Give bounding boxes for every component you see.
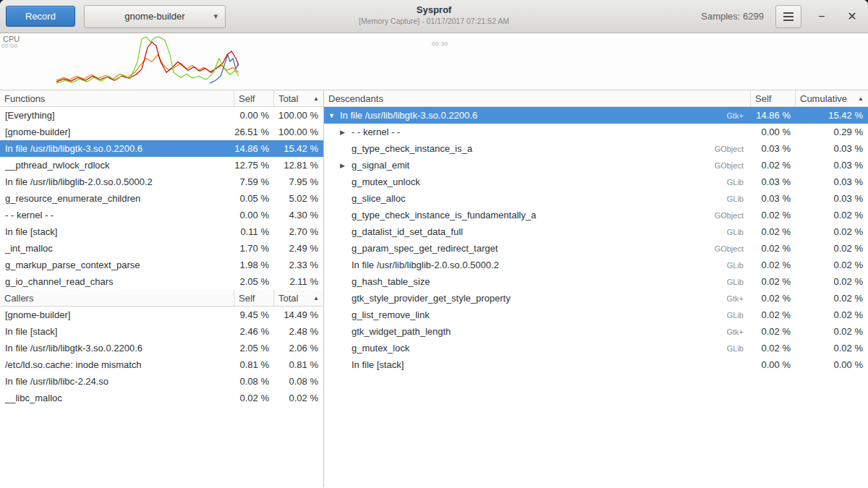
table-row[interactable]: g_mutex_unlockGLib0.03 %0.03 % bbox=[324, 174, 868, 190]
total-value-cell: 5.02 % bbox=[274, 193, 323, 204]
table-row[interactable]: In file [stack]2.46 %2.48 % bbox=[0, 323, 323, 340]
menu-button[interactable] bbox=[775, 5, 801, 28]
table-row[interactable]: [gnome-builder]26.51 %100.00 % bbox=[0, 124, 323, 140]
table-row[interactable]: __libc_malloc0.02 %0.02 % bbox=[0, 390, 323, 406]
total-value-cell: 2.48 % bbox=[274, 326, 323, 337]
library-badge: GObject bbox=[715, 244, 751, 253]
table-row[interactable]: In file /usr/lib/libc-2.24.so0.08 %0.08 … bbox=[0, 373, 323, 390]
self-value-cell: 0.02 % bbox=[751, 226, 796, 237]
functions-rows: [Everything]0.00 %100.00 %[gnome-builder… bbox=[0, 107, 323, 290]
table-row[interactable]: /etc/ld.so.cache: inode mismatch0.81 %0.… bbox=[0, 356, 323, 373]
table-row[interactable]: g_hash_table_sizeGLib0.02 %0.02 % bbox=[324, 273, 868, 290]
function-name: g_hash_table_size bbox=[352, 276, 430, 287]
cpu-graph[interactable]: CPU 00:00 00:30 bbox=[0, 33, 868, 90]
table-row[interactable]: In file [stack]0.11 %2.70 % bbox=[0, 223, 323, 240]
cumulative-value-cell: 0.03 % bbox=[796, 176, 868, 187]
table-row[interactable]: ▼In file /usr/lib/libgtk-3.so.0.2200.6Gt… bbox=[324, 107, 868, 124]
function-name: g_mutex_unlock bbox=[352, 176, 420, 187]
expand-arrow-icon[interactable]: ▶ bbox=[340, 162, 352, 169]
sysprof-window: Record gnome-builder ▾ Sysprof [Memory C… bbox=[0, 0, 868, 488]
table-row[interactable]: g_type_check_instance_is_aGObject0.03 %0… bbox=[324, 140, 868, 157]
column-header-total[interactable]: Total ▲ bbox=[274, 290, 323, 306]
process-selector-dropdown[interactable]: gnome-builder ▾ bbox=[84, 5, 226, 28]
table-row[interactable]: g_io_channel_read_chars2.05 %2.11 % bbox=[0, 273, 323, 290]
function-name: g_type_check_instance_is_a bbox=[352, 143, 472, 154]
self-value-cell: 0.02 % bbox=[751, 326, 796, 337]
table-row[interactable]: g_datalist_id_set_data_fullGLib0.02 %0.0… bbox=[324, 223, 868, 240]
table-row[interactable]: __pthread_rwlock_rdlock12.75 %12.81 % bbox=[0, 157, 323, 174]
function-name: g_mutex_lock bbox=[352, 343, 409, 354]
table-row[interactable]: g_markup_parse_context_parse1.98 %2.33 % bbox=[0, 257, 323, 273]
self-value-cell: 0.00 % bbox=[234, 110, 274, 121]
self-value-cell: 0.81 % bbox=[234, 359, 274, 370]
function-name-cell: g_mutex_unlockGLib bbox=[324, 176, 751, 187]
self-value-cell: 12.75 % bbox=[234, 160, 274, 171]
table-row[interactable]: In file /usr/lib/libglib-2.0.so.0.5000.2… bbox=[324, 257, 868, 273]
header-bar: Record gnome-builder ▾ Sysprof [Memory C… bbox=[0, 0, 868, 33]
total-value-cell: 2.49 % bbox=[274, 243, 323, 254]
table-row[interactable]: gtk_style_provider_get_style_propertyGtk… bbox=[324, 290, 868, 307]
functions-table-header: Functions Self Total ▲ bbox=[0, 90, 323, 107]
table-row[interactable]: g_resource_enumerate_children0.05 %5.02 … bbox=[0, 190, 323, 207]
table-row[interactable]: In file [stack]0.00 %0.00 % bbox=[324, 356, 868, 373]
table-row[interactable]: _int_malloc1.70 %2.49 % bbox=[0, 240, 323, 257]
collapse-arrow-icon[interactable]: ▼ bbox=[328, 112, 340, 119]
function-name-cell: gtk_widget_path_lengthGtk+ bbox=[324, 326, 751, 337]
column-header-self[interactable]: Self bbox=[234, 90, 274, 106]
column-header-functions[interactable]: Functions bbox=[0, 90, 234, 106]
table-row[interactable]: g_list_remove_linkGLib0.02 %0.02 % bbox=[324, 307, 868, 323]
total-value-cell: 4.30 % bbox=[274, 210, 323, 221]
callers-table-header: Callers Self Total ▲ bbox=[0, 290, 323, 307]
function-name-cell: In file /usr/lib/libgtk-3.so.0.2200.6 bbox=[0, 143, 234, 154]
cumulative-value-cell: 0.02 % bbox=[796, 276, 868, 287]
time-label-start: 00:00 bbox=[1, 43, 18, 49]
column-header-callers[interactable]: Callers bbox=[0, 290, 234, 306]
cumulative-value-cell: 0.03 % bbox=[796, 160, 868, 171]
table-row[interactable]: gtk_widget_path_lengthGtk+0.02 %0.02 % bbox=[324, 323, 868, 340]
close-button[interactable]: ✕ bbox=[842, 7, 862, 27]
table-row[interactable]: g_mutex_lockGLib0.02 %0.02 % bbox=[324, 340, 868, 356]
function-name-cell: ▶- - kernel - - bbox=[324, 127, 751, 137]
column-header-cumulative[interactable]: Cumulative ▲ bbox=[796, 90, 868, 106]
table-row[interactable]: ▶g_signal_emitGObject0.02 %0.03 % bbox=[324, 157, 868, 174]
table-row[interactable]: In file /usr/lib/libgtk-3.so.0.2200.614.… bbox=[0, 140, 323, 157]
table-row[interactable]: [gnome-builder]9.45 %14.49 % bbox=[0, 307, 323, 323]
process-selector-value: gnome-builder bbox=[124, 11, 184, 22]
total-value-cell: 7.95 % bbox=[274, 176, 323, 187]
cpu-series-orange bbox=[56, 55, 239, 81]
table-row[interactable]: In file /usr/lib/libgtk-3.so.0.2200.62.0… bbox=[0, 340, 323, 356]
record-button[interactable]: Record bbox=[6, 6, 75, 27]
library-badge: Gtk+ bbox=[726, 294, 751, 303]
library-badge: GObject bbox=[715, 145, 751, 153]
self-value-cell: 26.51 % bbox=[234, 127, 274, 137]
library-badge: GLib bbox=[727, 261, 751, 270]
expand-arrow-icon[interactable]: ▶ bbox=[340, 129, 352, 136]
table-row[interactable]: In file /usr/lib/libglib-2.0.so.0.5000.2… bbox=[0, 174, 323, 190]
self-value-cell: 2.46 % bbox=[234, 326, 274, 337]
column-header-descendants[interactable]: Descendants bbox=[324, 90, 751, 106]
total-value-cell: 2.11 % bbox=[274, 276, 323, 287]
function-name-cell: ▼In file /usr/lib/libgtk-3.so.0.2200.6Gt… bbox=[324, 110, 751, 121]
self-value-cell: 0.03 % bbox=[751, 193, 796, 204]
self-value-cell: 0.02 % bbox=[751, 210, 796, 221]
table-row[interactable]: g_slice_allocGLib0.03 %0.03 % bbox=[324, 190, 868, 207]
functions-table: Functions Self Total ▲ [Everything]0.00 … bbox=[0, 90, 323, 290]
self-value-cell: 1.98 % bbox=[234, 260, 274, 270]
column-header-self[interactable]: Self bbox=[751, 90, 796, 106]
table-row[interactable]: ▶- - kernel - -0.00 %0.29 % bbox=[324, 124, 868, 140]
table-row[interactable]: - - kernel - -0.00 %4.30 % bbox=[0, 207, 323, 223]
column-header-self[interactable]: Self bbox=[234, 290, 274, 306]
library-badge: Gtk+ bbox=[726, 328, 751, 336]
table-row[interactable]: g_param_spec_get_redirect_targetGObject0… bbox=[324, 240, 868, 257]
table-row[interactable]: [Everything]0.00 %100.00 % bbox=[0, 107, 323, 124]
minimize-button[interactable]: − bbox=[812, 7, 832, 27]
column-header-total[interactable]: Total ▲ bbox=[274, 90, 323, 106]
self-value-cell: 0.02 % bbox=[234, 393, 274, 403]
callers-rows: [gnome-builder]9.45 %14.49 %In file [sta… bbox=[0, 307, 323, 406]
table-row[interactable]: g_type_check_instance_is_fundamentally_a… bbox=[324, 207, 868, 223]
self-value-cell: 0.11 % bbox=[234, 226, 274, 237]
sort-indicator-icon: ▲ bbox=[858, 95, 864, 102]
descendants-table: Descendants Self Cumulative ▲ ▼In file /… bbox=[324, 90, 868, 373]
function-name-cell: [gnome-builder] bbox=[0, 309, 234, 320]
function-name-cell: g_io_channel_read_chars bbox=[0, 276, 234, 287]
